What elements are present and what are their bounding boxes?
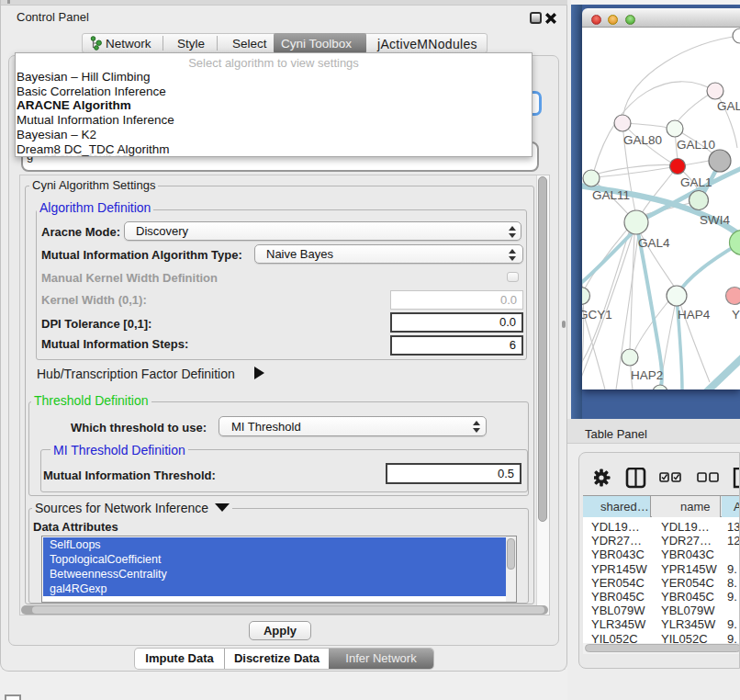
svg-text:GAL80: GAL80 <box>717 99 740 113</box>
svg-text:GCY1: GCY1 <box>582 308 612 322</box>
svg-text:HAP2: HAP2 <box>631 368 663 382</box>
svg-text:GAL1: GAL1 <box>680 175 712 189</box>
svg-text:GAL10: GAL10 <box>677 138 715 152</box>
svg-text:GAL11: GAL11 <box>592 188 630 202</box>
svg-text:SWI4: SWI4 <box>700 213 730 227</box>
svg-text:GAL4: GAL4 <box>638 236 670 250</box>
svg-text:Y: Y <box>732 308 740 322</box>
svg-text:GAL80: GAL80 <box>623 133 662 147</box>
svg-text:HAP4: HAP4 <box>678 308 711 322</box>
